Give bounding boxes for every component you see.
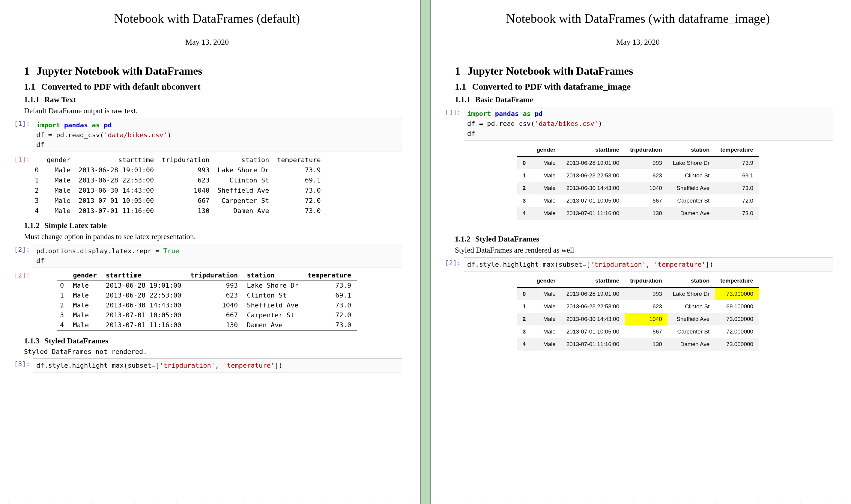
code-block: df.style.highlight_max(subset=['tripdura… [33, 358, 402, 373]
left-s113-body: Styled DataFrames not rendered. [24, 348, 402, 355]
out-prompt: [2]: [12, 270, 33, 279]
in-prompt: [2]: [12, 244, 33, 253]
in-prompt: [1]: [443, 107, 464, 116]
code-block: import pandas as pd df = pd.read_csv('da… [464, 107, 833, 141]
right-h1: 1Jupyter Notebook with DataFrames [455, 65, 833, 77]
comparison-container: Notebook with DataFrames (default) May 1… [0, 0, 851, 504]
code-block: pd.options.display.latex.repr = True df [33, 244, 402, 268]
right-in2-cell: [2]: df.style.highlight_max(subset=['tri… [443, 257, 833, 271]
right-s112: 1.1.2Styled DataFrames [455, 235, 833, 244]
in-prompt: [3]: [12, 358, 33, 368]
html-dataframe-table: genderstarttimetripdurationstationtemper… [517, 144, 759, 220]
right-s111: 1.1.1Basic DataFrame [455, 95, 833, 104]
left-s112-body: Must change option in pandas to see late… [24, 233, 402, 241]
left-s112: 1.1.2Simple Latex table [24, 221, 402, 230]
right-pane: Notebook with DataFrames (with dataframe… [431, 0, 851, 504]
left-doc-title: Notebook with DataFrames (default) [12, 12, 402, 26]
left-in1-cell: [1]: import pandas as pd df = pd.read_cs… [12, 118, 402, 152]
left-s111-body: Default DataFrame output is raw text. [24, 107, 402, 115]
left-h1: 1Jupyter Notebook with DataFrames [24, 65, 402, 77]
right-in1-cell: [1]: import pandas as pd df = pd.read_cs… [443, 107, 833, 141]
out-prompt: [1]: [12, 154, 33, 163]
left-in2-cell: [2]: pd.options.display.latex.repr = Tru… [12, 244, 402, 268]
left-out2-cell: [2]: genderstarttimetripdurationstationt… [12, 270, 402, 330]
raw-text-output: gender starttime tripduration station te… [33, 154, 402, 218]
right-s112-body: Styled DataFrames are rendered as well [455, 246, 833, 254]
ruler-decoration [431, 500, 851, 504]
in-prompt: [1]: [12, 118, 33, 127]
right-h2: 1.1Converted to PDF with dataframe_image [455, 82, 833, 92]
left-h2: 1.1Converted to PDF with default nbconve… [24, 82, 402, 92]
left-pane: Notebook with DataFrames (default) May 1… [0, 0, 420, 504]
right-doc-title: Notebook with DataFrames (with dataframe… [443, 12, 833, 26]
ruler-decoration [0, 500, 420, 504]
left-in3-cell: [3]: df.style.highlight_max(subset=['tri… [12, 358, 402, 373]
code-block: import pandas as pd df = pd.read_csv('da… [33, 118, 402, 152]
in-prompt: [2]: [443, 257, 464, 267]
latex-table: genderstarttimetripdurationstationtemper… [57, 270, 357, 330]
left-s113: 1.1.3Styled DataFrames [24, 337, 402, 345]
styled-dataframe-table: genderstarttimetripdurationstationtemper… [517, 274, 759, 350]
code-block: df.style.highlight_max(subset=['tripdura… [464, 257, 833, 271]
pane-divider[interactable] [420, 0, 431, 504]
left-s111: 1.1.1Raw Text [24, 95, 402, 104]
left-out1-cell: [1]: gender starttime tripduration stati… [12, 154, 402, 218]
left-doc-date: May 13, 2020 [12, 38, 402, 47]
right-doc-date: May 13, 2020 [443, 38, 833, 47]
